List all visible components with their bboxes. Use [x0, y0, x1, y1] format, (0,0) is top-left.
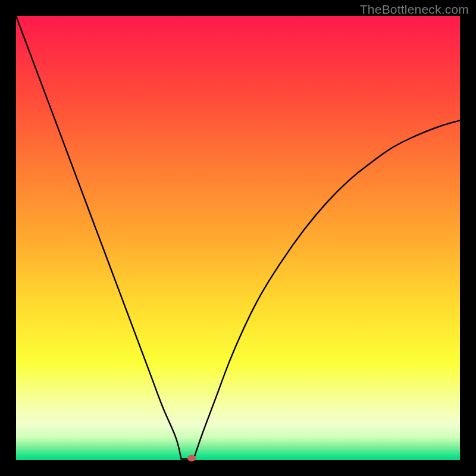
plot-area [16, 16, 460, 460]
watermark-text: TheBottleneck.com [360, 2, 469, 17]
optimum-marker [187, 455, 196, 462]
chart-frame: TheBottleneck.com [0, 0, 476, 476]
bottleneck-curve [16, 16, 460, 460]
